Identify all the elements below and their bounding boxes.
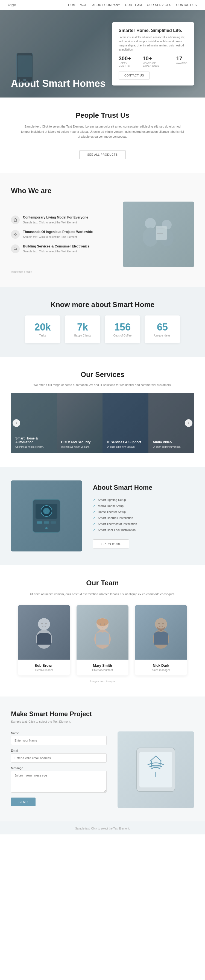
email-input[interactable] (11, 753, 107, 763)
service-info-3: IT Services & Support Ut enim ad minim v… (107, 440, 144, 449)
about-title: About Smart Home (93, 484, 194, 492)
team-name-1: Bob Brown (22, 663, 66, 668)
form-group-name: Name (11, 732, 107, 745)
svg-rect-19 (37, 522, 42, 523)
trust-section: People Trust Us Sample text. Click to se… (0, 97, 205, 173)
people-illustration (131, 207, 186, 262)
team-photo-1 (18, 605, 70, 660)
svg-rect-5 (14, 248, 17, 250)
team-info-2: Mary Smith Chief Accountant (77, 660, 128, 675)
form-group-email: Email (11, 749, 107, 763)
icon-gear (13, 232, 17, 236)
slider-prev-button[interactable]: ‹ (13, 419, 20, 427)
stats-grid: 20k Tasks 7k Happy Clients 156 Cups of C… (11, 315, 194, 343)
who-items: Contemporary Living Model For Everyone S… (11, 215, 115, 253)
team-card-3: Nick Dark sales manager (135, 605, 187, 675)
team-credit: Images from Freepik (11, 680, 194, 683)
contact-button[interactable]: CONTACT US (119, 72, 150, 80)
svg-point-25 (41, 623, 43, 624)
about-list-item-3: Home Theater Setup (93, 509, 194, 515)
about-section: ⌂ About Smart Home Smart Lighting Setup … (0, 467, 205, 565)
send-button[interactable]: SEND (11, 797, 35, 806)
nav-contact[interactable]: Contact Us (176, 3, 197, 6)
team-name-3: Nick Dark (139, 663, 183, 668)
team-info-1: Bob Brown creative leader (18, 660, 70, 675)
team-role-2: Chief Accountant (80, 669, 125, 671)
service-card-3: IT Services & Support Ut enim ad minim v… (102, 393, 149, 453)
contact-image (117, 732, 194, 808)
learn-more-button[interactable]: LEARN MORE (93, 539, 129, 549)
who-item-2: Thousands Of Ingenious Projects Worldwid… (11, 230, 115, 239)
hero-card-text: Lorem ipsum dolor sit amet, consectetur … (119, 35, 187, 52)
who-image-inner (123, 202, 194, 267)
bob-avatar (33, 614, 55, 650)
team-role-3: sales manager (139, 669, 183, 671)
nav-services[interactable]: Our Services (147, 3, 171, 6)
email-label: Email (11, 749, 107, 752)
svg-point-7 (143, 228, 158, 247)
nav-home[interactable]: Home Page (68, 3, 87, 6)
hero-stats: 300+ HAPPY CLIENTS 10+ YEARS OF EXPERIEN… (119, 56, 187, 67)
stat-card-1: 20k Tasks (25, 315, 61, 343)
svg-point-22 (45, 527, 48, 529)
hero-stat-2: 10+ YEARS OF EXPERIENCE (143, 56, 172, 67)
team-role-1: creative leader (22, 669, 66, 671)
svg-point-23 (38, 618, 50, 630)
about-list-item-5: Smart Thermostat Installation (93, 521, 194, 527)
team-name-2: Mary Smith (80, 663, 125, 668)
nav-links: Home Page About Company Our Team Our Ser… (68, 3, 197, 6)
icon-tools (13, 247, 17, 251)
service-card-2: CCTV and Security Ut enim ad minim venia… (57, 393, 103, 453)
trust-text: Sample text. Click to select the Text El… (21, 124, 184, 139)
svg-rect-37 (139, 752, 172, 788)
team-photo-3 (135, 605, 187, 660)
slider-next-button[interactable]: › (185, 419, 192, 427)
see-all-button[interactable]: SEE ALL PRODUCTS (79, 150, 125, 159)
name-label: Name (11, 732, 107, 735)
svg-point-26 (45, 623, 47, 624)
svg-point-34 (158, 623, 160, 624)
who-item-2-content: Thousands Of Ingenious Projects Worldwid… (23, 230, 93, 239)
footer: Sample text. Click to select the Text El… (0, 822, 205, 834)
who-section: Who We are Contemporary Living Model For… (0, 173, 205, 287)
svg-rect-20 (44, 522, 49, 523)
smart-home-illustration: ⌂ (25, 494, 68, 538)
who-layout: Contemporary Living Model For Everyone S… (11, 202, 194, 267)
svg-marker-3 (14, 218, 17, 221)
footer-text: Sample text. Click to select the Text El… (75, 827, 130, 830)
svg-point-30 (100, 623, 101, 625)
hero-section: About Smart Homes Smarter Home. Simplifi… (0, 10, 205, 97)
team-info-3: Nick Dark sales manager (135, 660, 187, 675)
nav-team[interactable]: Our Team (125, 3, 142, 6)
svg-text:⌂: ⌂ (45, 510, 46, 513)
name-input[interactable] (11, 736, 107, 745)
contact-layout: Name Email Message SEND (11, 732, 194, 808)
who-title: Who We are (11, 186, 194, 195)
about-layout: ⌂ About Smart Home Smart Lighting Setup … (11, 480, 194, 552)
team-section: Our Team Ut enim ad minim veniam, quis n… (0, 565, 205, 697)
services-row: Smart Home & Automation Ut enim ad minim… (11, 393, 194, 453)
services-section: Our Services We offer a full range of ho… (0, 357, 205, 467)
svg-point-17 (43, 508, 50, 514)
services-subtitle: We offer a full range of home automation… (11, 383, 194, 387)
stat-card-4: 65 Unique Ideas (144, 315, 180, 343)
svg-rect-21 (51, 522, 56, 523)
hero-card-title: Smarter Home. Simplified Life. (119, 28, 187, 33)
freepik-credit: Image from Freepik (11, 270, 194, 273)
services-slider: ‹ Smart Home & Automation Ut enim ad min… (11, 393, 194, 453)
team-card-2: Mary Smith Chief Accountant (77, 605, 128, 675)
svg-point-28 (96, 618, 109, 626)
nav-about[interactable]: About Company (92, 3, 120, 6)
message-label: Message (11, 767, 107, 770)
who-item-1: Contemporary Living Model For Everyone S… (11, 215, 115, 224)
about-content: About Smart Home Smart Lighting Setup Me… (93, 484, 194, 549)
services-title: Our Services (11, 371, 194, 379)
hero-stat-3: 17 AWARDS (176, 56, 187, 67)
nick-avatar (150, 614, 172, 650)
stat-card-2: 7k Happy Clients (65, 315, 100, 343)
trust-title: People Trust Us (11, 111, 194, 119)
message-textarea[interactable] (11, 771, 107, 792)
contact-section: Make Smart Home Project Sample text. Cli… (0, 697, 205, 822)
who-icon-1 (11, 215, 20, 224)
contact-form: Name Email Message SEND (11, 732, 107, 806)
